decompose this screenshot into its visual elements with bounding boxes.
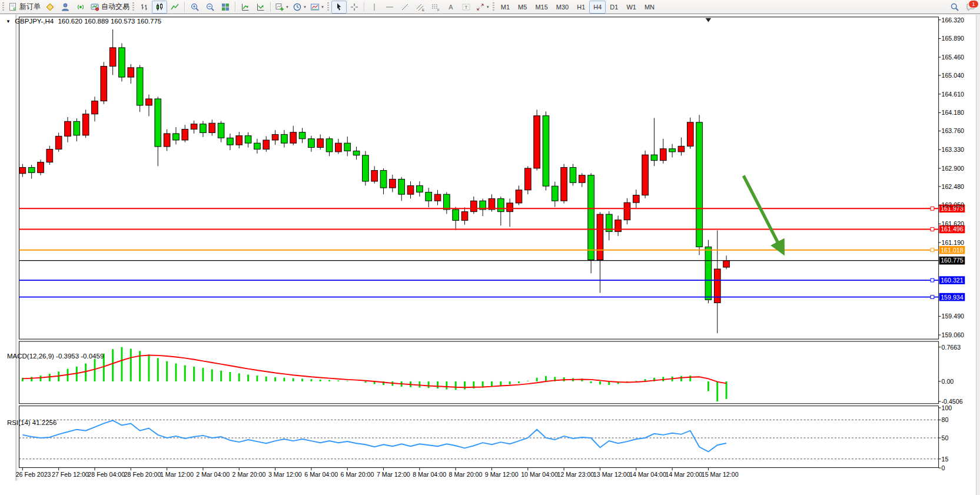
template-icon [310, 2, 320, 12]
toolbar-grip[interactable] [493, 2, 494, 12]
toolbar-separator [235, 2, 236, 12]
timeframe-button-h1[interactable]: H1 [573, 1, 589, 14]
candle-body [92, 101, 98, 114]
hline-handle[interactable] [931, 295, 934, 299]
new-order-button[interactable]: 新订单 [6, 1, 42, 14]
arrows-icon [476, 2, 485, 12]
indicator-subwindow-button[interactable] [253, 1, 268, 14]
macd-axis-label: 0.00 [942, 378, 954, 385]
broadcast-button[interactable] [73, 1, 88, 14]
time-axis-label: 14 Mar 20:00 [665, 471, 702, 478]
profiles-button[interactable] [58, 1, 73, 14]
timeframe-button-mn[interactable]: MN [640, 1, 659, 14]
text-button[interactable]: A [443, 1, 459, 14]
candle-body [218, 123, 224, 138]
arrows-button[interactable]: ▼ [474, 1, 491, 14]
trendline-button[interactable] [397, 1, 413, 14]
candle-body [263, 140, 270, 149]
timeframe-button-m15[interactable]: M15 [531, 1, 552, 14]
candles-layer [19, 29, 729, 333]
candle-body [624, 202, 630, 220]
price-chart-canvas[interactable]: 161.973161.496161.018160.775160.321159.9… [0, 15, 980, 495]
time-axis[interactable]: 26 Feb 202327 Feb 12:0028 Feb 04:0028 Fe… [16, 467, 739, 478]
hline-handle[interactable] [931, 207, 934, 210]
notifications-button[interactable]: 1 [966, 2, 975, 12]
crosshair-button[interactable] [347, 1, 362, 14]
last-bar-marker-icon [706, 18, 712, 22]
candlestick-mode-button[interactable] [152, 1, 167, 14]
timeframe-group: M1M5M15M30H1H4D1W1MN [497, 1, 659, 14]
new-chart-button[interactable]: ▼ [273, 1, 291, 14]
candle-body [543, 116, 549, 186]
annotation-arrow[interactable] [743, 175, 783, 253]
price-axis-label: 159.490 [942, 313, 965, 320]
time-axis-label: 3 Mar 12:00 [268, 471, 302, 478]
hline-handle[interactable] [931, 228, 934, 231]
candle-body [380, 171, 387, 188]
toolbar-grip[interactable] [132, 2, 134, 12]
market-watch-button[interactable] [42, 1, 58, 14]
candle-body [353, 151, 360, 155]
timeframe-button-m5[interactable]: M5 [514, 1, 531, 14]
candle-body [669, 149, 676, 152]
price-line-label: 159.934 [941, 294, 964, 301]
timeframe-button-m1[interactable]: M1 [497, 1, 514, 14]
bar-chart-mode-button[interactable] [137, 1, 152, 14]
price-axis-label: 165.040 [942, 72, 965, 79]
candle-body [471, 201, 477, 211]
candle-body [417, 185, 423, 192]
fibonacci-button[interactable]: F [428, 1, 443, 14]
equidistant-channel-button[interactable]: E [413, 1, 428, 14]
time-axis-label: 8 Mar 04:00 [413, 471, 446, 478]
zoom-out-button[interactable] [202, 1, 218, 14]
candle-body [371, 171, 378, 181]
hline-handle[interactable] [931, 278, 934, 282]
templates-button[interactable]: ▼ [308, 1, 326, 14]
gold-diamond-icon [45, 2, 55, 12]
toolbar-grip[interactable] [327, 2, 329, 12]
candle-body [227, 138, 234, 145]
search-button[interactable] [947, 1, 962, 14]
periods-button[interactable]: ▼ [291, 1, 308, 14]
candle-body [687, 122, 693, 147]
chart-collapse-icon[interactable]: ▼ [6, 19, 11, 24]
candle-body [552, 186, 558, 201]
text-label-button[interactable]: T [459, 1, 474, 14]
cursor-arrow-icon [334, 2, 344, 12]
window-right-edge [976, 15, 980, 495]
hline-handle[interactable] [931, 248, 934, 252]
auto-trading-icon [90, 2, 99, 12]
zoom-in-button[interactable] [187, 1, 202, 14]
timeframe-button-m30[interactable]: M30 [552, 1, 573, 14]
timeframe-button-w1[interactable]: W1 [622, 1, 640, 14]
indicator-window-button[interactable] [238, 1, 253, 14]
auto-trading-button[interactable]: 自动交易 [88, 1, 131, 14]
cursor-button[interactable] [331, 1, 347, 14]
candle-body [390, 179, 396, 188]
toolbar-separator [184, 2, 185, 12]
vertical-line-button[interactable] [367, 1, 382, 14]
candle-body [561, 167, 567, 201]
price-axis-label: 162.900 [942, 165, 965, 172]
candle-body [570, 167, 576, 182]
line-chart-mode-button[interactable] [167, 1, 182, 14]
time-axis-label: 26 Feb 2023 [16, 471, 51, 478]
candle-body [101, 67, 107, 101]
tile-windows-button[interactable] [218, 1, 233, 14]
price-axis[interactable]: 166.320165.890165.460165.040164.610164.1… [939, 16, 964, 338]
candle-body [209, 123, 215, 132]
candle-body [461, 212, 468, 221]
indicator-window-icon [241, 2, 250, 12]
time-axis-label: 10 Mar 04:00 [521, 471, 558, 478]
candle-body [335, 143, 342, 152]
timeframe-button-h4[interactable]: H4 [589, 1, 606, 14]
timeframe-button-d1[interactable]: D1 [606, 1, 622, 14]
toolbar-grip[interactable] [2, 2, 4, 12]
toolbar-separator [364, 2, 365, 12]
new-chart-icon [275, 2, 284, 12]
candle-body [660, 149, 666, 161]
candle-body [182, 129, 188, 140]
candle-body [407, 185, 414, 194]
horizontal-line-button[interactable] [382, 1, 397, 14]
candle-body [164, 134, 170, 147]
